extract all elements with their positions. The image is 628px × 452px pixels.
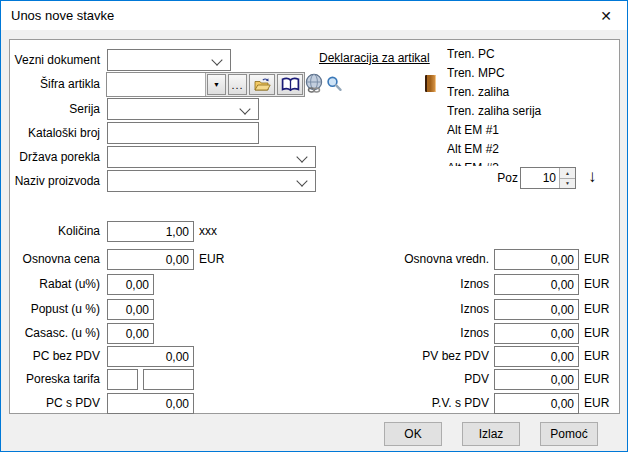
- ellipsis-button[interactable]: ...: [228, 74, 247, 95]
- currency-label: EUR: [584, 396, 609, 410]
- pc-bez-pdv-label: PC bez PDV: [1, 349, 100, 364]
- open-book-icon: [281, 77, 300, 92]
- casasconto-input[interactable]: [107, 323, 154, 344]
- naziv-proizvoda-label: Naziv proizvoda: [1, 174, 100, 189]
- izlaz-button[interactable]: Izlaz: [462, 422, 520, 446]
- currency-label: EUR: [584, 372, 609, 386]
- currency-label: EUR: [584, 302, 609, 316]
- serija-label: Serija: [1, 102, 100, 117]
- sifra-dropdown-button[interactable]: ▼: [207, 74, 226, 95]
- window-title: Unos nove stavke: [11, 8, 114, 23]
- currency-label: EUR: [584, 252, 609, 266]
- pc-s-pdv-label: PC s PDV: [1, 396, 100, 411]
- pomoc-button[interactable]: Pomoć: [540, 422, 598, 446]
- list-item: Alt EM #2: [447, 140, 597, 159]
- rabat-input[interactable]: [107, 274, 154, 295]
- spin-down-icon: ▼: [565, 180, 570, 186]
- sifra-artikla-input[interactable]: [107, 73, 206, 96]
- currency-label: EUR: [584, 326, 609, 340]
- naziv-proizvoda-combobox[interactable]: [107, 170, 316, 192]
- popust-label: Popust (u %): [1, 302, 100, 317]
- catalog-book-button[interactable]: [277, 74, 303, 95]
- poreska-tarifa-label: Poreska tarifa: [1, 372, 100, 387]
- currency-label: EUR: [584, 277, 609, 291]
- list-item: Tren. MPC: [447, 64, 597, 83]
- sifra-artikla-group: ▼ ...: [106, 72, 305, 97]
- chevron-down-icon: [239, 103, 250, 114]
- iznos-3-input[interactable]: [494, 323, 579, 344]
- list-item: Tren. zaliha serija: [447, 102, 597, 121]
- ok-button[interactable]: OK: [384, 422, 442, 446]
- poreska-tarifa-code-input[interactable]: [107, 369, 138, 390]
- search-icon[interactable]: [326, 76, 343, 97]
- kataloski-broj-input[interactable]: [107, 122, 259, 144]
- drzava-porekla-combobox[interactable]: [107, 146, 316, 168]
- pdv-input[interactable]: [494, 369, 579, 390]
- popust-input[interactable]: [107, 299, 154, 320]
- osnovna-cena-currency: EUR: [199, 252, 224, 266]
- osnovna-vredn-input[interactable]: [494, 249, 579, 270]
- list-item: Tren. zaliha: [447, 83, 597, 102]
- chevron-down-icon: [296, 151, 307, 162]
- poz-spin-buttons: ▲ ▼: [559, 168, 575, 188]
- serija-combobox[interactable]: [107, 98, 259, 120]
- drzava-porekla-label: Država porekla: [1, 150, 100, 165]
- web-globe-icon[interactable]: [304, 73, 324, 98]
- move-down-arrow-button[interactable]: ↓: [588, 167, 597, 187]
- pc-s-pdv-input[interactable]: [107, 393, 194, 414]
- iznos-1-input[interactable]: [494, 274, 579, 295]
- pv-s-pdv-label: P.V. s PDV: [361, 396, 489, 411]
- deklaracija-za-artikal-link[interactable]: Deklaracija za artikal: [319, 51, 430, 65]
- pv-s-pdv-input[interactable]: [494, 393, 579, 414]
- poz-label: Poz: [451, 171, 518, 186]
- info-list: Tren. PC Tren. MPC Tren. zaliha Tren. za…: [447, 45, 597, 166]
- pdv-label: PDV: [361, 372, 489, 387]
- iznos-3-label: Iznos: [361, 326, 489, 341]
- chevron-down-icon: [211, 54, 222, 65]
- vezni-dokument-label: Vezni dokument: [1, 53, 100, 68]
- poz-spinner: ▲ ▼: [520, 167, 576, 189]
- spin-up-button[interactable]: ▲: [560, 168, 575, 179]
- pc-bez-pdv-input[interactable]: [107, 346, 194, 367]
- close-button[interactable]: ✕: [585, 1, 627, 30]
- vezni-dokument-combobox[interactable]: [107, 49, 231, 71]
- list-item: Alt EM #1: [447, 121, 597, 140]
- pv-bez-pdv-input[interactable]: [494, 346, 579, 367]
- spin-up-icon: ▲: [565, 170, 570, 176]
- poreska-tarifa-desc-input[interactable]: [143, 369, 194, 390]
- pv-bez-pdv-label: PV bez PDV: [361, 349, 489, 364]
- sifra-artikla-label: Šifra artikla: [1, 77, 100, 92]
- close-icon: ✕: [600, 8, 612, 24]
- kataloski-broj-label: Kataloški broj: [1, 126, 100, 141]
- kolicina-label: Količina: [1, 224, 100, 239]
- list-item: Alt EM #3: [447, 159, 597, 166]
- spin-down-button[interactable]: ▼: [560, 179, 575, 189]
- kolicina-unit: xxx: [199, 224, 217, 238]
- iznos-2-input[interactable]: [494, 299, 579, 320]
- kolicina-input[interactable]: [107, 221, 194, 242]
- book-spine-icon: [425, 75, 436, 92]
- currency-label: EUR: [584, 349, 609, 363]
- titlebar[interactable]: Unos nove stavke ✕: [1, 1, 627, 30]
- chevron-down-icon: [296, 175, 307, 186]
- rabat-label: Rabat (u%): [1, 277, 100, 292]
- iznos-1-label: Iznos: [361, 277, 489, 292]
- list-item: Tren. PC: [447, 45, 597, 64]
- casasconto-label: Casasc. (u %): [1, 326, 100, 341]
- osnovna-vredn-label: Osnovna vredn.: [361, 252, 489, 267]
- open-folder-icon: [254, 77, 271, 92]
- ellipsis-icon: ...: [231, 81, 243, 89]
- osnovna-cena-input[interactable]: [107, 249, 194, 270]
- dialog-unos-nove-stavke: Unos nove stavke ✕ Vezni dokument Šifra …: [0, 0, 628, 452]
- osnovna-cena-label: Osnovna cena: [1, 252, 100, 267]
- iznos-2-label: Iznos: [361, 302, 489, 317]
- poz-input[interactable]: [521, 168, 559, 188]
- open-folder-button[interactable]: [249, 74, 275, 95]
- dropdown-arrow-icon: ▼: [213, 81, 220, 88]
